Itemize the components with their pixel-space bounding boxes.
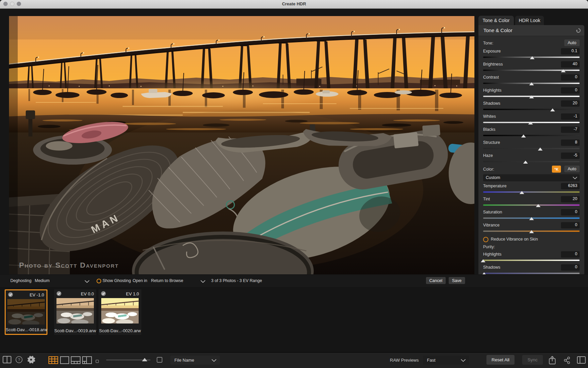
slider-shadows: Shadows20 (483, 100, 580, 113)
slider-label: Saturation (483, 210, 502, 214)
slider-label: Structure (483, 140, 500, 145)
slider-value[interactable]: -5 (561, 153, 580, 159)
reduce-vibrance-row[interactable]: Reduce Vibrance on Skin (483, 236, 580, 244)
slider-thumb[interactable] (528, 121, 533, 124)
show-ghosting-label[interactable]: Show Ghosting (103, 278, 131, 283)
slider-track[interactable] (483, 260, 580, 261)
return-to-browse-button[interactable]: Return to Browse (151, 278, 183, 283)
photo-preview[interactable]: MAN (9, 16, 474, 274)
cancel-button[interactable]: Cancel (426, 277, 446, 284)
slider-track[interactable] (483, 273, 580, 274)
slider-value[interactable]: 0 (561, 251, 580, 258)
slider-thumb[interactable] (529, 82, 534, 85)
slider-thumb[interactable] (521, 134, 526, 137)
slider-value[interactable]: 40 (561, 61, 580, 68)
slider-value[interactable]: -7 (561, 126, 580, 133)
deghosting-chevron-icon[interactable] (85, 279, 90, 284)
slider-value[interactable]: 6263 (561, 183, 580, 189)
white-balance-dropdown[interactable]: Custom (483, 174, 580, 181)
slider-track[interactable] (483, 135, 580, 136)
slider-value[interactable]: 0 (561, 87, 580, 94)
slider-thumb[interactable] (529, 217, 534, 220)
sort-dropdown[interactable]: File Name (170, 356, 220, 365)
help-icon[interactable]: ? (15, 356, 23, 365)
show-ghosting-toggle[interactable] (97, 279, 101, 283)
window-title: Create HDR (0, 1, 588, 6)
slider-purity-shadows: Shadows0 (483, 264, 580, 274)
tab-tone-color[interactable]: Tone & Color (478, 16, 514, 25)
thumbnail-size-slider[interactable] (106, 360, 150, 360)
gear-icon[interactable] (27, 355, 35, 365)
open-in-button[interactable]: Open in (133, 278, 147, 283)
kelvin-picker-button[interactable]: °K (552, 166, 561, 173)
reduce-vibrance-checkbox[interactable] (483, 237, 488, 242)
chevron-down-icon (461, 359, 466, 362)
slider-track[interactable] (483, 109, 580, 110)
slider-value[interactable]: 0.1 (561, 48, 580, 55)
slider-track[interactable] (483, 83, 580, 84)
reset-panel-icon[interactable] (576, 28, 581, 34)
compare-grid-view-icon[interactable] (82, 356, 92, 365)
slider-value[interactable]: 0 (561, 264, 580, 271)
filmstrip-item-0[interactable]: EV -1.0Scott-Dav...-0018.arw (5, 289, 47, 335)
thumbnail-size-large-icon (157, 357, 162, 364)
selected-check-icon[interactable] (101, 291, 106, 297)
slider-track[interactable] (483, 57, 580, 58)
slider-thumb[interactable] (529, 95, 534, 98)
slider-track[interactable] (483, 122, 580, 123)
slider-thumb[interactable] (561, 69, 566, 72)
slider-value[interactable]: 20 (561, 196, 580, 202)
thumbnail-image (101, 298, 139, 324)
slider-thumb[interactable] (520, 191, 524, 194)
slider-value[interactable]: 0 (561, 222, 580, 228)
grid-view-icon[interactable] (48, 356, 58, 365)
thumbnail-size-slider-thumb[interactable] (142, 358, 147, 361)
tone-auto-button[interactable]: Auto (564, 39, 580, 46)
color-label: Color: (483, 167, 494, 172)
slider-thumb[interactable] (529, 230, 534, 233)
slider-value[interactable]: -1 (561, 113, 580, 120)
share-nodes-icon[interactable] (563, 356, 571, 366)
slider-label: Exposure (483, 49, 501, 54)
reset-all-button[interactable]: Reset All (486, 355, 514, 365)
slider-thumb[interactable] (536, 204, 541, 207)
slider-value[interactable]: 0 (561, 209, 580, 215)
sync-button[interactable]: Sync (522, 355, 543, 365)
slider-thumb[interactable] (550, 108, 555, 111)
raw-previews-dropdown[interactable]: Fast (423, 356, 469, 365)
slider-value[interactable]: 0 (561, 74, 580, 81)
photos-chevron-icon[interactable] (200, 279, 205, 284)
slider-thumb[interactable] (482, 272, 486, 274)
color-auto-button[interactable]: Auto (564, 166, 580, 172)
slider-thumb[interactable] (530, 56, 535, 59)
selected-check-icon[interactable] (56, 291, 61, 297)
compare-view-icon[interactable] (3, 356, 11, 365)
slider-whites: Whites-1 (483, 113, 580, 126)
create-hdr-window: Create HDR (0, 0, 588, 368)
slider-track[interactable] (483, 70, 580, 71)
save-button[interactable]: Save (449, 277, 465, 284)
slider-track[interactable] (483, 204, 580, 206)
export-share-icon[interactable] (548, 356, 556, 366)
slider-track[interactable] (483, 231, 580, 232)
slider-label: Tint (483, 197, 490, 201)
deghosting-label: Deghosting (10, 278, 31, 283)
slider-thumb[interactable] (481, 259, 485, 262)
dual-panel-icon[interactable] (577, 356, 586, 365)
filmstrip-item-2[interactable]: EV 1.0Scott-Dav...-0020.arw (99, 289, 141, 335)
tab-hdr-look[interactable]: HDR Look (515, 16, 544, 25)
slider-track[interactable] (483, 217, 580, 219)
slider-track[interactable] (483, 148, 580, 149)
deghosting-value-dropdown[interactable]: Medium (35, 278, 49, 283)
slider-thumb[interactable] (538, 148, 543, 151)
photo-view-icon[interactable] (60, 356, 69, 365)
slider-track[interactable] (483, 191, 580, 193)
slider-track[interactable] (483, 161, 580, 162)
slider-value[interactable]: 8 (561, 140, 580, 146)
slider-value[interactable]: 20 (561, 100, 580, 107)
filmstrip-view-icon[interactable] (71, 356, 81, 365)
selected-check-icon[interactable] (8, 292, 13, 298)
slider-track[interactable] (483, 96, 580, 97)
filmstrip-item-1[interactable]: EV 0.0Scott-Dav...-0019.arw (54, 289, 96, 335)
slider-thumb[interactable] (523, 161, 528, 164)
